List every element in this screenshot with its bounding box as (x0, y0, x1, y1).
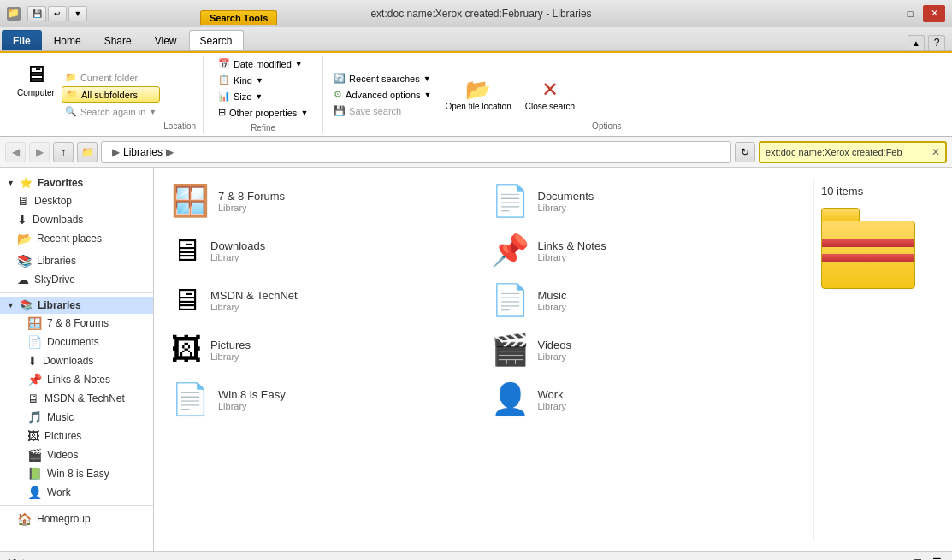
tab-file[interactable]: File (2, 30, 42, 50)
library-item-documents[interactable]: 📄 Documents Library (484, 178, 801, 224)
ribbon-group-refine: 📅 Date modified ▼ 📋 Kind ▼ 📊 Size ▼ (204, 56, 323, 133)
search-box[interactable]: ext:doc name:Xerox created:Feb ✕ (759, 141, 947, 163)
item-msdn-icon: 🖥 (171, 282, 202, 318)
library-item-links[interactable]: 📌 Links & Notes Library (484, 227, 801, 274)
sidebar-item-documents[interactable]: 📄 Documents (0, 333, 153, 351)
qs-more-btn[interactable]: ▼ (68, 6, 87, 21)
win8-icon: 📗 (27, 467, 42, 480)
library-item-msdn[interactable]: 🖥 MSDN & TechNet Library (164, 277, 481, 323)
sidebar-item-msdn[interactable]: 🖥 MSDN & TechNet (0, 389, 153, 408)
sidebar-favorites-header[interactable]: ▼ ⭐ Favorites (0, 174, 153, 192)
view-details-btn[interactable]: ☰ (928, 555, 945, 561)
recent-searches-btn[interactable]: 🔄 Recent searches ▼ (330, 71, 435, 85)
libraries-folder-icon: 📚 (20, 299, 33, 311)
open-file-location-btn[interactable]: 📂 Open file location (441, 76, 514, 113)
main-area: ▼ ⭐ Favorites 🖥 Desktop ⬇ Downloads 📂 Re… (0, 168, 952, 551)
search-again-btn[interactable]: 🔍 Search again in ▼ (62, 104, 160, 119)
sidebar-item-work[interactable]: 👤 Work (0, 483, 153, 502)
tab-view[interactable]: View (144, 30, 188, 50)
library-item-pictures[interactable]: 🖼 Pictures Library (164, 327, 481, 373)
location-group-label: Location (163, 121, 196, 133)
pictures-icon: 🖼 (27, 429, 39, 443)
advanced-options-btn[interactable]: ⚙ Advanced options ▼ (330, 87, 435, 102)
sidebar: ▼ ⭐ Favorites 🖥 Desktop ⬇ Downloads 📂 Re… (0, 168, 154, 551)
folder-button[interactable]: 📁 (77, 142, 98, 162)
date-modified-btn[interactable]: 📅 Date modified ▼ (215, 56, 311, 71)
library-item-7and8forums[interactable]: 🪟 7 & 8 Forums Library (164, 178, 481, 224)
sidebar-item-homegroup[interactable]: 🏠 Homegroup (0, 510, 153, 528)
folder-stripe-1 (822, 239, 914, 247)
sidebar-item-skydrive[interactable]: ☁ SkyDrive (0, 270, 153, 289)
search-tools-label[interactable]: Search Tools (200, 10, 277, 25)
item-links-icon: 📌 (491, 233, 529, 268)
downloads-lib-icon: ⬇ (27, 354, 38, 368)
ribbon-group-location: 🖥 Computer 📁 Current folder 📁 All subfol… (7, 56, 204, 133)
sidebar-item-downloads-fav[interactable]: ⬇ Downloads (0, 210, 153, 229)
minimize-button[interactable]: — (875, 5, 897, 22)
videos-icon: 🎬 (27, 448, 42, 462)
sidebar-item-libraries[interactable]: 📚 Libraries (0, 251, 153, 270)
sidebar-item-win8easy[interactable]: 📗 Win 8 is Easy (0, 464, 153, 483)
current-folder-btn[interactable]: 📁 Current folder (62, 70, 160, 85)
sidebar-item-desktop[interactable]: 🖥 Desktop (0, 192, 153, 210)
sidebar-item-pictures[interactable]: 🖼 Pictures (0, 427, 153, 445)
help-btn[interactable]: ? (928, 35, 945, 50)
close-search-btn[interactable]: ✕ Close search (522, 76, 578, 113)
breadcrumb-end-arrow: ▶ (166, 146, 174, 158)
breadcrumb-bar[interactable]: ▶ Libraries ▶ (101, 141, 731, 163)
library-item-videos[interactable]: 🎬 Videos Library (484, 327, 801, 373)
folder-preview-body (821, 221, 915, 289)
close-button[interactable]: ✕ (923, 5, 945, 22)
sidebar-item-downloads[interactable]: ⬇ Downloads (0, 351, 153, 370)
sidebar-item-7and8forums[interactable]: 🪟 7 & 8 Forums (0, 314, 153, 333)
close-search-icon: ✕ (541, 78, 559, 102)
view-large-icons-btn[interactable]: ⊞ (909, 555, 926, 561)
refresh-button[interactable]: ↻ (735, 142, 755, 162)
library-item-music[interactable]: 📄 Music Library (484, 277, 801, 323)
library-item-downloads[interactable]: 🖥 Downloads Library (164, 227, 481, 274)
msdn-icon: 🖥 (27, 392, 39, 405)
music-icon: 🎵 (27, 410, 42, 424)
sidebar-item-recent[interactable]: 📂 Recent places (0, 229, 153, 248)
sidebar-divider2 (0, 505, 153, 506)
folder-preview-tab (821, 208, 860, 221)
forward-button[interactable]: ▶ (29, 142, 50, 162)
library-item-win8easy[interactable]: 📄 Win 8 is Easy Library (164, 376, 481, 422)
sidebar-libraries-header[interactable]: ▼ 📚 Libraries (0, 297, 153, 314)
app-icon: 📁 (7, 7, 21, 21)
kind-icon: 📋 (218, 74, 230, 85)
qs-undo-btn[interactable]: ↩ (48, 6, 67, 21)
up-button[interactable]: ↑ (53, 142, 74, 162)
size-icon: 📊 (218, 91, 230, 102)
library-item-work[interactable]: 👤 Work Library (484, 376, 801, 422)
title-bar-left: 📁 💾 ↩ ▼ (7, 6, 87, 21)
sidebar-item-videos[interactable]: 🎬 Videos (0, 445, 153, 464)
sidebar-item-music[interactable]: 🎵 Music (0, 408, 153, 427)
tab-share[interactable]: Share (93, 30, 143, 50)
item-count-display: 10 items (821, 185, 935, 197)
tab-home[interactable]: Home (43, 30, 92, 50)
size-btn[interactable]: 📊 Size ▼ (215, 89, 266, 103)
maximize-button[interactable]: □ (899, 5, 921, 22)
options-group-label: Options (585, 121, 621, 133)
back-button[interactable]: ◀ (5, 142, 26, 162)
skydrive-icon: ☁ (17, 273, 29, 286)
kind-btn[interactable]: 📋 Kind ▼ (215, 73, 267, 87)
sidebar-item-links[interactable]: 📌 Links & Notes (0, 370, 153, 389)
qs-save-btn[interactable]: 💾 (27, 6, 46, 21)
libraries-icon: 📚 (17, 254, 32, 268)
other-props-btn[interactable]: ⊞ Other properties ▼ (215, 105, 311, 120)
right-panel: 10 items (813, 178, 942, 541)
recent-icon: 🔄 (334, 73, 346, 84)
save-search-btn[interactable]: 💾 Save search (330, 103, 435, 118)
tab-search[interactable]: Search (189, 30, 244, 50)
save-icon: 💾 (334, 105, 346, 116)
all-subfolders-btn[interactable]: 📁 All subfolders (62, 86, 160, 103)
search-clear-btn[interactable]: ✕ (931, 146, 940, 158)
ribbon-content: 🖥 Computer 📁 Current folder 📁 All subfol… (0, 51, 952, 137)
item-work-icon: 👤 (491, 381, 529, 417)
ribbon-collapse-btn[interactable]: ▲ (908, 35, 925, 50)
calendar-icon: 📅 (218, 58, 230, 69)
computer-button[interactable]: 🖥 Computer (14, 56, 58, 133)
computer-icon: 🖥 (24, 60, 48, 88)
